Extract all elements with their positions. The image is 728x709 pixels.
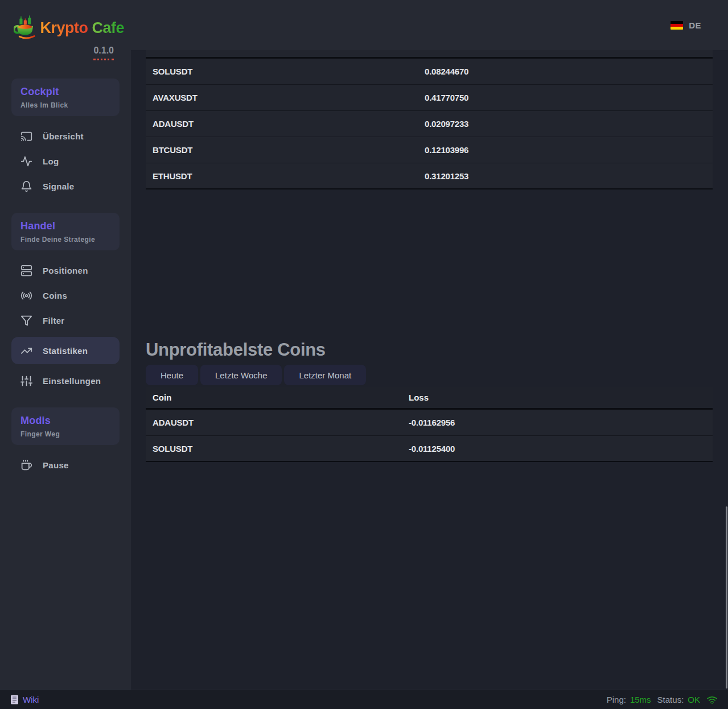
sidebar-nav-modis: Pause [0, 456, 131, 473]
sidebar-item-filter[interactable]: Filter [0, 312, 131, 329]
value-cell: 0.12103996 [425, 145, 468, 155]
topbar: DE [131, 0, 728, 50]
section-title-modis: Modis [20, 415, 110, 427]
app-version: 0.1.0 [93, 46, 114, 60]
sidebar-nav-cockpit: Übersicht Log Signale [0, 127, 131, 195]
logo-cup-icon [14, 10, 35, 44]
table-row[interactable]: BTCUSDT 0.12103996 [146, 137, 713, 163]
column-header-loss: Loss [409, 393, 429, 402]
wifi-icon [706, 695, 718, 704]
german-flag-icon[interactable] [671, 21, 683, 30]
tab-heute[interactable]: Heute [146, 365, 198, 385]
sidebar: Krypto Cafe 0.1.0 Cockpit Alles Im Blick… [0, 0, 131, 690]
loss-table-header: Coin Loss [146, 387, 713, 410]
sidebar-section-modis: Modis Finger Weg [11, 407, 120, 445]
profit-table-header-clipped [146, 50, 713, 59]
status-label: Status: [657, 695, 684, 704]
sidebar-item-label: Übersicht [43, 131, 84, 141]
coin-cell: SOLUSDT [146, 67, 192, 76]
sidebar-section-cockpit: Cockpit Alles Im Blick [11, 79, 120, 116]
server-icon [20, 265, 32, 277]
loss-table: Coin Loss ADAUSDT -0.01162956 SOLUSDT -0… [146, 387, 713, 462]
sidebar-item-label: Filter [43, 316, 64, 325]
loss-cell: -0.01125400 [409, 444, 455, 454]
profit-table: SOLUSDT 0.08244670 AVAXUSDT 0.41770750 A… [146, 50, 713, 189]
sidebar-item-einstellungen[interactable]: Einstellungen [0, 372, 131, 389]
section-title-cockpit: Cockpit [20, 86, 110, 98]
section-subtitle-modis: Finger Weg [20, 430, 110, 438]
sidebar-item-signale[interactable]: Signale [0, 178, 131, 195]
sidebar-section-handel: Handel Finde Deine Strategie [11, 213, 120, 250]
sidebar-item-uebersicht[interactable]: Übersicht [0, 127, 131, 145]
status-value: OK [688, 695, 700, 704]
value-cell: 0.02097233 [425, 119, 468, 129]
funnel-icon [20, 315, 32, 327]
cast-icon [20, 130, 32, 142]
document-icon [10, 695, 19, 704]
tab-letzte-woche[interactable]: Letzte Woche [200, 365, 282, 385]
coin-cell: SOLUSDT [146, 444, 192, 454]
sidebar-item-coins[interactable]: Coins [0, 287, 131, 304]
app-logo[interactable]: Krypto Cafe [0, 0, 131, 44]
wiki-link[interactable]: Wiki [10, 695, 39, 704]
coin-cell: ADAUSDT [146, 418, 194, 427]
section-subtitle-cockpit: Alles Im Blick [20, 101, 110, 109]
brand-krypto: Krypto [40, 19, 88, 36]
section-title-handel: Handel [20, 220, 110, 232]
status-bar: Wiki Ping: 15ms Status: OK [0, 690, 728, 709]
activity-icon [20, 155, 32, 167]
sidebar-item-label: Coins [43, 291, 67, 300]
coin-cell: AVAXUSDT [146, 93, 198, 102]
coffee-cup-icon [20, 459, 32, 471]
brand-cafe: Cafe [92, 19, 124, 36]
table-row[interactable]: ADAUSDT 0.02097233 [146, 111, 713, 137]
value-cell: 0.31201253 [425, 171, 468, 181]
sidebar-item-statistiken[interactable]: Statistiken [11, 337, 120, 364]
table-row[interactable]: ADAUSDT -0.01162956 [146, 410, 713, 436]
ping-value: 15ms [630, 695, 651, 704]
coin-cell: ETHUSDT [146, 171, 192, 181]
sliders-icon [20, 375, 32, 387]
section-subtitle-handel: Finde Deine Strategie [20, 236, 110, 244]
trending-up-icon [20, 345, 32, 357]
time-range-tabs: Heute Letzte Woche Letzter Monat [146, 365, 728, 385]
sidebar-item-pause[interactable]: Pause [0, 456, 131, 473]
vertical-scrollbar-thumb[interactable] [726, 506, 727, 689]
sidebar-item-positionen[interactable]: Positionen [0, 262, 131, 279]
sidebar-item-label: Pause [43, 460, 69, 470]
value-cell: 0.08244670 [425, 67, 468, 76]
sidebar-item-label: Einstellungen [43, 376, 101, 386]
radio-icon [20, 290, 32, 302]
loss-cell: -0.01162956 [409, 418, 455, 427]
coin-cell: BTCUSDT [146, 145, 192, 155]
value-cell: 0.41770750 [425, 93, 468, 102]
table-row[interactable]: SOLUSDT 0.08244670 [146, 59, 713, 85]
sidebar-nav-handel: Positionen Coins Filter Statistiken Eins… [0, 262, 131, 389]
wiki-link-label: Wiki [23, 695, 39, 704]
table-row[interactable]: ETHUSDT 0.31201253 [146, 163, 713, 189]
page-title-unprofitable-coins: Unprofitabelste Coins [146, 340, 728, 360]
column-header-coin: Coin [146, 393, 171, 402]
app-title: Krypto Cafe [40, 19, 124, 37]
sidebar-item-label: Log [43, 156, 59, 166]
connection-status: Ping: 15ms Status: OK [607, 695, 718, 704]
sidebar-item-label: Positionen [43, 266, 88, 275]
ping-label: Ping: [607, 695, 626, 704]
sidebar-item-label: Statistiken [43, 346, 88, 356]
sidebar-item-label: Signale [43, 182, 74, 191]
language-selector[interactable]: DE [689, 20, 701, 30]
sidebar-item-log[interactable]: Log [0, 152, 131, 170]
tab-letzter-monat[interactable]: Letzter Monat [284, 365, 366, 385]
table-row[interactable]: SOLUSDT -0.01125400 [146, 436, 713, 462]
bell-icon [20, 180, 32, 192]
coin-cell: ADAUSDT [146, 119, 194, 129]
table-row[interactable]: AVAXUSDT 0.41770750 [146, 85, 713, 111]
statistics-page: SOLUSDT 0.08244670 AVAXUSDT 0.41770750 A… [131, 50, 728, 690]
